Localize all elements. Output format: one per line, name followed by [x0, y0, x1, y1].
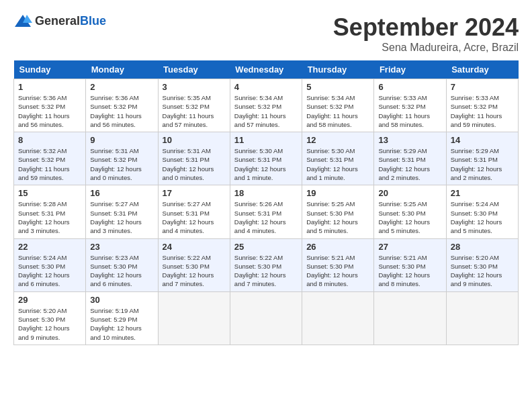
cell-info: Sunrise: 5:29 AMSunset: 5:31 PMDaylight:… — [451, 147, 502, 181]
cell-info: Sunrise: 5:34 AMSunset: 5:32 PMDaylight:… — [234, 94, 286, 128]
cell-info: Sunrise: 5:23 AMSunset: 5:30 PMDaylight:… — [90, 254, 142, 288]
date-number: 6 — [378, 82, 441, 92]
cell-info: Sunrise: 5:31 AMSunset: 5:31 PMDaylight:… — [163, 147, 214, 181]
calendar-cell: 16Sunrise: 5:27 AMSunset: 5:31 PMDayligh… — [86, 185, 158, 238]
cell-info: Sunrise: 5:33 AMSunset: 5:32 PMDaylight:… — [378, 94, 430, 128]
calendar-cell: 18Sunrise: 5:26 AMSunset: 5:31 PMDayligh… — [230, 185, 302, 238]
calendar-cell: 19Sunrise: 5:25 AMSunset: 5:30 PMDayligh… — [302, 185, 374, 238]
calendar-cell: 17Sunrise: 5:27 AMSunset: 5:31 PMDayligh… — [158, 185, 230, 238]
date-number: 11 — [234, 135, 298, 145]
date-number: 18 — [234, 188, 298, 198]
calendar-week-4: 22Sunrise: 5:24 AMSunset: 5:30 PMDayligh… — [14, 238, 519, 291]
logo-icon — [13, 13, 32, 28]
date-number: 4 — [234, 82, 298, 92]
calendar-week-5: 29Sunrise: 5:20 AMSunset: 5:30 PMDayligh… — [14, 291, 519, 345]
cell-info: Sunrise: 5:34 AMSunset: 5:32 PMDaylight:… — [306, 94, 358, 128]
date-number: 22 — [18, 242, 81, 252]
cell-info: Sunrise: 5:22 AMSunset: 5:30 PMDaylight:… — [163, 254, 214, 288]
cell-info: Sunrise: 5:26 AMSunset: 5:31 PMDaylight:… — [234, 200, 286, 234]
calendar-week-1: 1Sunrise: 5:36 AMSunset: 5:32 PMDaylight… — [14, 79, 519, 132]
cell-info: Sunrise: 5:25 AMSunset: 5:30 PMDaylight:… — [378, 200, 430, 234]
col-thursday: Thursday — [302, 60, 374, 79]
cell-info: Sunrise: 5:36 AMSunset: 5:32 PMDaylight:… — [18, 94, 70, 128]
col-wednesday: Wednesday — [230, 60, 302, 79]
cell-info: Sunrise: 5:25 AMSunset: 5:30 PMDaylight:… — [306, 200, 358, 234]
calendar-cell: 22Sunrise: 5:24 AMSunset: 5:30 PMDayligh… — [14, 238, 86, 291]
calendar-cell: 28Sunrise: 5:20 AMSunset: 5:30 PMDayligh… — [446, 238, 518, 291]
calendar-cell — [446, 291, 518, 345]
calendar-title: September 2024 — [333, 13, 519, 42]
cell-info: Sunrise: 5:19 AMSunset: 5:29 PMDaylight:… — [90, 307, 142, 341]
cell-info: Sunrise: 5:27 AMSunset: 5:31 PMDaylight:… — [90, 200, 142, 234]
cell-info: Sunrise: 5:30 AMSunset: 5:31 PMDaylight:… — [306, 147, 358, 181]
col-sunday: Sunday — [14, 60, 86, 79]
calendar-cell: 30Sunrise: 5:19 AMSunset: 5:29 PMDayligh… — [86, 291, 158, 345]
col-tuesday: Tuesday — [158, 60, 230, 79]
calendar-cell — [302, 291, 374, 345]
calendar-cell: 6Sunrise: 5:33 AMSunset: 5:32 PMDaylight… — [374, 79, 446, 132]
date-number: 29 — [18, 295, 81, 305]
date-number: 12 — [306, 135, 369, 145]
calendar-cell: 27Sunrise: 5:21 AMSunset: 5:30 PMDayligh… — [374, 238, 446, 291]
date-number: 19 — [306, 188, 369, 198]
page-header: GeneralBlue September 2024 Sena Madureir… — [13, 13, 519, 54]
cell-info: Sunrise: 5:32 AMSunset: 5:32 PMDaylight:… — [18, 147, 70, 181]
calendar-cell — [158, 291, 230, 345]
calendar-cell: 14Sunrise: 5:29 AMSunset: 5:31 PMDayligh… — [446, 132, 518, 185]
date-number: 23 — [90, 242, 153, 252]
calendar-cell: 10Sunrise: 5:31 AMSunset: 5:31 PMDayligh… — [158, 132, 230, 185]
cell-info: Sunrise: 5:31 AMSunset: 5:32 PMDaylight:… — [90, 147, 142, 181]
calendar-cell: 2Sunrise: 5:36 AMSunset: 5:32 PMDaylight… — [86, 79, 158, 132]
date-number: 5 — [306, 82, 369, 92]
calendar-cell: 12Sunrise: 5:30 AMSunset: 5:31 PMDayligh… — [302, 132, 374, 185]
cell-info: Sunrise: 5:30 AMSunset: 5:31 PMDaylight:… — [234, 147, 286, 181]
col-saturday: Saturday — [446, 60, 518, 79]
cell-info: Sunrise: 5:24 AMSunset: 5:30 PMDaylight:… — [18, 254, 70, 288]
date-number: 27 — [378, 242, 441, 252]
date-number: 21 — [451, 188, 514, 198]
date-number: 24 — [163, 242, 226, 252]
cell-info: Sunrise: 5:33 AMSunset: 5:32 PMDaylight:… — [451, 94, 502, 128]
calendar-cell: 23Sunrise: 5:23 AMSunset: 5:30 PMDayligh… — [86, 238, 158, 291]
cell-info: Sunrise: 5:20 AMSunset: 5:30 PMDaylight:… — [18, 307, 70, 341]
calendar-cell: 3Sunrise: 5:35 AMSunset: 5:32 PMDaylight… — [158, 79, 230, 132]
col-monday: Monday — [86, 60, 158, 79]
cell-info: Sunrise: 5:35 AMSunset: 5:32 PMDaylight:… — [163, 94, 214, 128]
cell-info: Sunrise: 5:21 AMSunset: 5:30 PMDaylight:… — [306, 254, 358, 288]
date-number: 10 — [163, 135, 226, 145]
date-number: 30 — [90, 295, 153, 305]
date-number: 26 — [306, 242, 369, 252]
date-number: 28 — [451, 242, 514, 252]
calendar-subtitle: Sena Madureira, Acre, Brazil — [333, 42, 519, 54]
date-number: 2 — [90, 82, 153, 92]
logo-blue: Blue — [80, 14, 106, 28]
col-friday: Friday — [374, 60, 446, 79]
calendar-cell: 5Sunrise: 5:34 AMSunset: 5:32 PMDaylight… — [302, 79, 374, 132]
logo: GeneralBlue — [13, 13, 106, 28]
cell-info: Sunrise: 5:28 AMSunset: 5:31 PMDaylight:… — [18, 200, 70, 234]
calendar-cell: 20Sunrise: 5:25 AMSunset: 5:30 PMDayligh… — [374, 185, 446, 238]
calendar-cell — [230, 291, 302, 345]
title-section: September 2024 Sena Madureira, Acre, Bra… — [333, 13, 519, 54]
calendar-cell: 25Sunrise: 5:22 AMSunset: 5:30 PMDayligh… — [230, 238, 302, 291]
logo-general: General — [35, 14, 80, 28]
cell-info: Sunrise: 5:36 AMSunset: 5:32 PMDaylight:… — [90, 94, 142, 128]
cell-info: Sunrise: 5:22 AMSunset: 5:30 PMDaylight:… — [234, 254, 286, 288]
date-number: 13 — [378, 135, 441, 145]
cell-info: Sunrise: 5:24 AMSunset: 5:30 PMDaylight:… — [451, 200, 502, 234]
calendar-cell: 24Sunrise: 5:22 AMSunset: 5:30 PMDayligh… — [158, 238, 230, 291]
date-number: 1 — [18, 82, 81, 92]
calendar-cell: 21Sunrise: 5:24 AMSunset: 5:30 PMDayligh… — [446, 185, 518, 238]
calendar-table: Sunday Monday Tuesday Wednesday Thursday… — [13, 60, 519, 345]
cell-info: Sunrise: 5:29 AMSunset: 5:31 PMDaylight:… — [378, 147, 430, 181]
date-number: 9 — [90, 135, 153, 145]
calendar-week-2: 8Sunrise: 5:32 AMSunset: 5:32 PMDaylight… — [14, 132, 519, 185]
cell-info: Sunrise: 5:21 AMSunset: 5:30 PMDaylight:… — [378, 254, 430, 288]
cell-info: Sunrise: 5:27 AMSunset: 5:31 PMDaylight:… — [163, 200, 214, 234]
calendar-cell: 8Sunrise: 5:32 AMSunset: 5:32 PMDaylight… — [14, 132, 86, 185]
header-row: Sunday Monday Tuesday Wednesday Thursday… — [14, 60, 519, 79]
calendar-cell — [374, 291, 446, 345]
date-number: 7 — [451, 82, 514, 92]
date-number: 3 — [163, 82, 226, 92]
date-number: 25 — [234, 242, 298, 252]
